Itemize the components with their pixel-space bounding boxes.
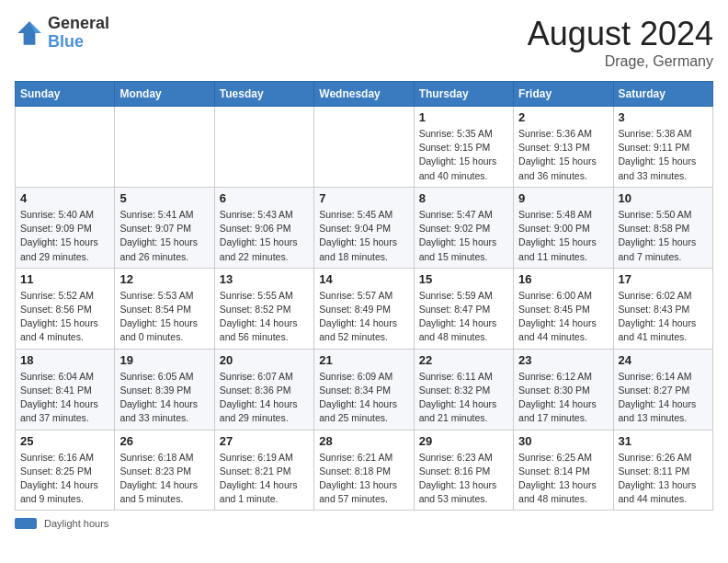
day-number: 7 (319, 191, 408, 205)
day-number: 12 (119, 272, 209, 286)
day-number: 2 (518, 110, 608, 124)
calendar-day-cell (314, 107, 414, 188)
calendar-week-row: 11Sunrise: 5:52 AMSunset: 8:56 PMDayligh… (16, 268, 713, 349)
day-info: Sunrise: 5:43 AMSunset: 9:06 PMDaylight:… (220, 208, 309, 264)
calendar-day-cell: 2Sunrise: 5:36 AMSunset: 9:13 PMDaylight… (514, 107, 613, 188)
day-info: Sunrise: 6:07 AMSunset: 8:36 PMDaylight:… (220, 370, 309, 426)
calendar-week-row: 18Sunrise: 6:04 AMSunset: 8:41 PMDayligh… (16, 349, 713, 430)
day-number: 17 (619, 272, 708, 286)
day-number: 5 (119, 191, 209, 205)
day-number: 24 (619, 353, 708, 367)
day-number: 26 (119, 434, 209, 448)
day-number: 31 (619, 434, 708, 448)
daylight-label: Daylight hours (44, 518, 108, 529)
footer: Daylight hours (15, 518, 713, 529)
day-number: 23 (518, 353, 608, 367)
day-number: 28 (319, 434, 408, 448)
calendar-day-cell: 26Sunrise: 6:18 AMSunset: 8:23 PMDayligh… (115, 430, 214, 511)
calendar-day-cell: 9Sunrise: 5:48 AMSunset: 9:00 PMDaylight… (514, 187, 613, 268)
day-number: 15 (419, 272, 508, 286)
day-number: 3 (619, 110, 708, 124)
calendar-day-cell: 23Sunrise: 6:12 AMSunset: 8:30 PMDayligh… (514, 349, 613, 430)
calendar: SundayMondayTuesdayWednesdayThursdayFrid… (15, 81, 713, 511)
calendar-day-cell: 27Sunrise: 6:19 AMSunset: 8:21 PMDayligh… (214, 430, 313, 511)
day-info: Sunrise: 5:57 AMSunset: 8:49 PMDaylight:… (319, 289, 408, 345)
calendar-day-cell: 25Sunrise: 6:16 AMSunset: 8:25 PMDayligh… (16, 430, 115, 511)
day-number: 18 (20, 353, 109, 367)
day-number: 16 (518, 272, 608, 286)
weekday-header-cell: Wednesday (314, 82, 414, 107)
logo-text: General Blue (48, 15, 109, 52)
day-info: Sunrise: 6:18 AMSunset: 8:23 PMDaylight:… (119, 451, 209, 507)
day-info: Sunrise: 5:53 AMSunset: 8:54 PMDaylight:… (119, 289, 209, 345)
day-info: Sunrise: 5:59 AMSunset: 8:47 PMDaylight:… (419, 289, 508, 345)
calendar-day-cell: 20Sunrise: 6:07 AMSunset: 8:36 PMDayligh… (214, 349, 313, 430)
day-number: 19 (119, 353, 209, 367)
calendar-day-cell: 16Sunrise: 6:00 AMSunset: 8:45 PMDayligh… (514, 268, 613, 349)
calendar-day-cell: 12Sunrise: 5:53 AMSunset: 8:54 PMDayligh… (115, 268, 214, 349)
weekday-header-cell: Thursday (414, 82, 513, 107)
month-title: August 2024 (528, 15, 713, 53)
calendar-day-cell: 6Sunrise: 5:43 AMSunset: 9:06 PMDaylight… (214, 187, 313, 268)
calendar-day-cell: 19Sunrise: 6:05 AMSunset: 8:39 PMDayligh… (115, 349, 214, 430)
day-info: Sunrise: 5:45 AMSunset: 9:04 PMDaylight:… (319, 208, 408, 264)
calendar-day-cell: 5Sunrise: 5:41 AMSunset: 9:07 PMDaylight… (115, 187, 214, 268)
day-number: 4 (20, 191, 109, 205)
day-info: Sunrise: 6:16 AMSunset: 8:25 PMDaylight:… (20, 451, 109, 507)
calendar-day-cell: 24Sunrise: 6:14 AMSunset: 8:27 PMDayligh… (613, 349, 712, 430)
weekday-header-cell: Sunday (16, 82, 115, 107)
day-info: Sunrise: 5:48 AMSunset: 9:00 PMDaylight:… (518, 208, 608, 264)
day-info: Sunrise: 6:19 AMSunset: 8:21 PMDaylight:… (220, 451, 309, 507)
day-info: Sunrise: 6:11 AMSunset: 8:32 PMDaylight:… (419, 370, 508, 426)
calendar-day-cell: 4Sunrise: 5:40 AMSunset: 9:09 PMDaylight… (16, 187, 115, 268)
calendar-day-cell (115, 107, 214, 188)
calendar-day-cell: 1Sunrise: 5:35 AMSunset: 9:15 PMDaylight… (414, 107, 513, 188)
day-info: Sunrise: 6:09 AMSunset: 8:34 PMDaylight:… (319, 370, 408, 426)
day-number: 6 (220, 191, 309, 205)
calendar-day-cell (16, 107, 115, 188)
weekday-header-cell: Saturday (613, 82, 712, 107)
logo-icon (15, 18, 44, 48)
day-info: Sunrise: 5:52 AMSunset: 8:56 PMDaylight:… (20, 289, 109, 345)
day-info: Sunrise: 6:00 AMSunset: 8:45 PMDaylight:… (518, 289, 608, 345)
title-block: August 2024 Drage, Germany (528, 15, 713, 70)
day-info: Sunrise: 6:12 AMSunset: 8:30 PMDaylight:… (518, 370, 608, 426)
calendar-week-row: 1Sunrise: 5:35 AMSunset: 9:15 PMDaylight… (16, 107, 713, 188)
page-header: General Blue August 2024 Drage, Germany (15, 15, 713, 70)
calendar-day-cell: 10Sunrise: 5:50 AMSunset: 8:58 PMDayligh… (613, 187, 712, 268)
day-info: Sunrise: 6:14 AMSunset: 8:27 PMDaylight:… (619, 370, 708, 426)
day-info: Sunrise: 6:05 AMSunset: 8:39 PMDaylight:… (119, 370, 209, 426)
calendar-day-cell: 14Sunrise: 5:57 AMSunset: 8:49 PMDayligh… (314, 268, 414, 349)
day-number: 9 (518, 191, 608, 205)
calendar-body: 1Sunrise: 5:35 AMSunset: 9:15 PMDaylight… (16, 107, 713, 511)
day-number: 27 (220, 434, 309, 448)
calendar-day-cell: 28Sunrise: 6:21 AMSunset: 8:18 PMDayligh… (314, 430, 414, 511)
day-info: Sunrise: 6:21 AMSunset: 8:18 PMDaylight:… (319, 451, 408, 507)
day-number: 14 (319, 272, 408, 286)
day-info: Sunrise: 5:50 AMSunset: 8:58 PMDaylight:… (619, 208, 708, 264)
day-info: Sunrise: 5:40 AMSunset: 9:09 PMDaylight:… (20, 208, 109, 264)
weekday-header-cell: Friday (514, 82, 613, 107)
calendar-day-cell (214, 107, 313, 188)
day-number: 8 (419, 191, 508, 205)
day-number: 29 (419, 434, 508, 448)
calendar-day-cell: 15Sunrise: 5:59 AMSunset: 8:47 PMDayligh… (414, 268, 513, 349)
day-info: Sunrise: 5:41 AMSunset: 9:07 PMDaylight:… (119, 208, 209, 264)
day-number: 13 (220, 272, 309, 286)
day-number: 20 (220, 353, 309, 367)
day-number: 10 (619, 191, 708, 205)
weekday-header-cell: Tuesday (214, 82, 313, 107)
calendar-day-cell: 13Sunrise: 5:55 AMSunset: 8:52 PMDayligh… (214, 268, 313, 349)
location: Drage, Germany (528, 53, 713, 70)
day-number: 30 (518, 434, 608, 448)
calendar-day-cell: 7Sunrise: 5:45 AMSunset: 9:04 PMDaylight… (314, 187, 414, 268)
day-info: Sunrise: 6:23 AMSunset: 8:16 PMDaylight:… (419, 451, 508, 507)
day-number: 22 (419, 353, 508, 367)
day-info: Sunrise: 6:26 AMSunset: 8:11 PMDaylight:… (619, 451, 708, 507)
day-info: Sunrise: 5:35 AMSunset: 9:15 PMDaylight:… (419, 127, 508, 183)
calendar-day-cell: 18Sunrise: 6:04 AMSunset: 8:41 PMDayligh… (16, 349, 115, 430)
calendar-week-row: 4Sunrise: 5:40 AMSunset: 9:09 PMDaylight… (16, 187, 713, 268)
day-info: Sunrise: 5:36 AMSunset: 9:13 PMDaylight:… (518, 127, 608, 183)
calendar-day-cell: 11Sunrise: 5:52 AMSunset: 8:56 PMDayligh… (16, 268, 115, 349)
weekday-header-row: SundayMondayTuesdayWednesdayThursdayFrid… (16, 82, 713, 107)
